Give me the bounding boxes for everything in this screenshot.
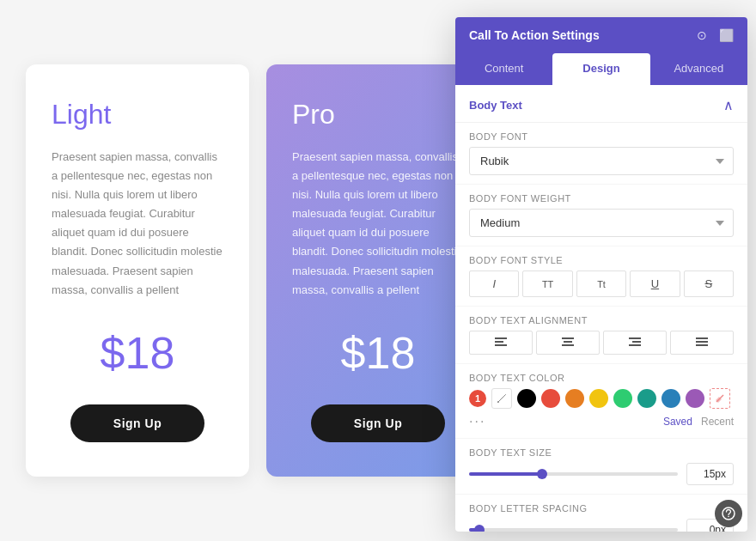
body-text-size-group: Body Text Size — [455, 439, 747, 495]
body-font-style-label: Body Font Style — [469, 255, 734, 265]
panel-tabs: Content Design Advanced — [455, 53, 747, 85]
svg-rect-9 — [696, 337, 708, 339]
body-text-size-label: Body Text Size — [469, 447, 734, 458]
color-row-footer: ··· Saved Recent — [469, 414, 734, 429]
body-text-size-fill — [469, 472, 542, 476]
body-font-weight-select[interactable]: Thin Light Regular Medium Bold Extra Bol… — [469, 209, 734, 237]
color-row: 1 — [469, 388, 734, 409]
panel-header-icons: ⊙ ⬜ — [694, 27, 734, 43]
body-text-alignment-label: Body Text Alignment — [469, 315, 734, 325]
sign-up-button-pro[interactable]: Sign Up — [311, 404, 445, 442]
help-button[interactable] — [715, 500, 742, 527]
body-font-weight-group: Body Font Weight Thin Light Regular Medi… — [455, 185, 747, 246]
color-black[interactable] — [517, 389, 536, 408]
body-letter-spacing-track[interactable] — [469, 528, 678, 532]
section-title: Body Text — [469, 99, 522, 112]
color-green[interactable] — [613, 389, 632, 408]
body-font-label: Body Font — [469, 131, 734, 142]
more-colors-dots[interactable]: ··· — [469, 414, 485, 429]
svg-rect-4 — [564, 341, 572, 343]
svg-rect-10 — [696, 341, 708, 343]
color-number-badge: 1 — [469, 390, 486, 407]
svg-rect-7 — [632, 341, 641, 343]
style-underline-btn[interactable]: U — [630, 270, 680, 297]
svg-rect-0 — [495, 337, 507, 339]
card-description-light: Praesent sapien massa, convallis a pelle… — [52, 148, 223, 301]
svg-rect-1 — [495, 341, 503, 343]
body-text-size-thumb[interactable] — [537, 469, 547, 479]
collapse-icon[interactable]: ∧ — [723, 97, 734, 113]
body-text-alignment-group: Body Text Alignment — [455, 307, 747, 364]
style-uppercase-btn[interactable]: TT — [522, 270, 572, 297]
panel-body: Body Text ∧ Body Font Rubik Arial Georgi… — [455, 85, 747, 532]
body-font-select[interactable]: Rubik Arial Georgia — [469, 147, 734, 175]
color-red[interactable] — [541, 389, 560, 408]
align-left-btn[interactable] — [469, 331, 533, 355]
body-text-size-slider-row — [469, 463, 734, 485]
settings-icon[interactable]: ⊙ — [694, 27, 710, 43]
saved-tab[interactable]: Saved — [663, 416, 692, 428]
saved-recent-tabs: Saved Recent — [663, 416, 734, 428]
svg-point-12 — [497, 401, 499, 403]
body-font-style-group: Body Font Style I TT Tt U S — [455, 246, 747, 307]
tab-design[interactable]: Design — [552, 53, 649, 85]
color-purple[interactable] — [686, 389, 704, 408]
body-text-color-group: Body Text Color 1 ··· — [455, 364, 747, 439]
style-capitalize-btn[interactable]: Tt — [576, 270, 626, 297]
body-text-color-label: Body Text Color — [469, 373, 734, 383]
body-text-size-track[interactable] — [469, 472, 678, 476]
panel-title: Call To Action Settings — [469, 28, 600, 42]
align-center-btn[interactable] — [536, 331, 600, 355]
section-header: Body Text ∧ — [455, 85, 747, 123]
color-orange[interactable] — [565, 389, 584, 408]
recent-tab[interactable]: Recent — [701, 416, 734, 428]
eyedropper-btn[interactable] — [491, 388, 512, 409]
svg-point-15 — [728, 516, 729, 518]
color-yellow[interactable] — [589, 389, 608, 408]
expand-icon[interactable]: ⬜ — [718, 27, 734, 43]
align-justify-btn[interactable] — [670, 331, 734, 355]
body-text-size-input[interactable] — [686, 463, 734, 485]
style-strikethrough-btn[interactable]: S — [684, 270, 734, 297]
card-title-light: Light — [52, 99, 111, 131]
style-italic-btn[interactable]: I — [469, 270, 519, 297]
card-title-pro: Pro — [292, 99, 335, 131]
card-description-pro: Praesent sapien massa, convallis a pelle… — [292, 148, 464, 301]
tab-advanced[interactable]: Advanced — [650, 53, 747, 85]
card-price-light: $18 — [101, 327, 175, 379]
align-right-btn[interactable] — [603, 331, 667, 355]
body-letter-spacing-slider-row — [469, 519, 734, 532]
color-teal[interactable] — [637, 389, 656, 408]
sign-up-button-light[interactable]: Sign Up — [70, 404, 204, 442]
pricing-card-light: Light Praesent sapien massa, convallis a… — [26, 64, 249, 477]
svg-rect-2 — [495, 344, 507, 346]
svg-rect-8 — [629, 344, 641, 346]
color-blue[interactable] — [662, 389, 680, 408]
style-buttons: I TT Tt U S — [469, 270, 734, 297]
body-letter-spacing-label: Body Letter Spacing — [469, 503, 734, 514]
card-price-pro: $18 — [341, 327, 416, 379]
svg-rect-5 — [562, 344, 574, 346]
svg-rect-3 — [562, 337, 574, 339]
body-font-weight-label: Body Font Weight — [469, 193, 734, 204]
tab-content[interactable]: Content — [455, 53, 552, 85]
settings-panel: Call To Action Settings ⊙ ⬜ Content Desi… — [455, 17, 747, 532]
align-buttons — [469, 331, 734, 355]
body-font-group: Body Font Rubik Arial Georgia — [455, 123, 747, 185]
svg-rect-11 — [696, 344, 708, 346]
panel-header: Call To Action Settings ⊙ ⬜ — [455, 17, 747, 53]
body-letter-spacing-group: Body Letter Spacing — [455, 495, 747, 532]
color-picker-btn[interactable] — [710, 388, 730, 409]
body-letter-spacing-thumb[interactable] — [474, 525, 485, 532]
svg-rect-6 — [629, 337, 641, 339]
